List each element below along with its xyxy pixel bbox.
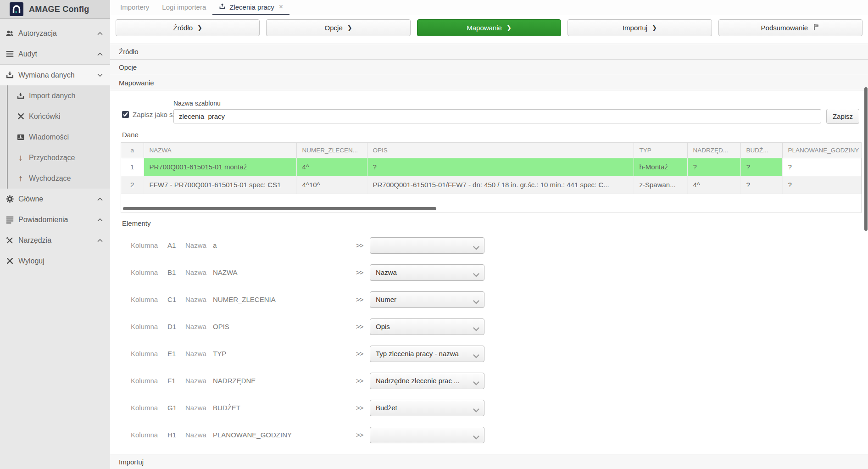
kolumna-value: A1 [167, 241, 176, 249]
chevron-up-icon [97, 218, 103, 222]
row-number: 1 [121, 158, 144, 176]
maps-to-arrow: >> [356, 241, 363, 249]
kolumna-label: Kolumna [131, 296, 158, 303]
mapping-select-value: Nadrzędne zlecenie prac ... [376, 377, 460, 385]
chevron-up-icon [97, 52, 103, 56]
save-as-template-checkbox[interactable] [122, 111, 129, 118]
mapping-select[interactable]: Numer [370, 291, 484, 308]
mapping-row-c1: Kolumna C1 Nazwa NUMER_ZLECENIA >> Numer [110, 291, 868, 308]
mapping-select[interactable]: Nazwa [370, 264, 484, 281]
accordion-header-zrodlo[interactable]: Źródło [110, 44, 868, 59]
mapping-select-value: Nazwa [376, 268, 397, 276]
save-button[interactable]: Zapisz [826, 109, 859, 124]
chevron-down-icon [473, 433, 479, 441]
sidebar-item-label: Import danych [29, 92, 75, 100]
upload-tray-icon [219, 3, 226, 11]
chevron-right-icon: ❯ [652, 24, 657, 31]
outgoing-arrow-icon: ↑ [15, 174, 27, 183]
cell-opis: PR700Q001-615015-01/FFW7 - dn: 450 / 18 … [367, 176, 634, 194]
accordion-header-mapowanie[interactable]: Mapowanie [110, 75, 868, 90]
tab-logi-importera[interactable]: Logi importera [156, 0, 212, 15]
sidebar-item-wyloguj[interactable]: Wyloguj [0, 251, 110, 271]
accordion-label: Importuj [119, 458, 144, 466]
main-content: Importery Logi importera Zlecenia pracy … [110, 0, 868, 469]
tab-bar: Importery Logi importera Zlecenia pracy … [110, 0, 868, 15]
row-number: 2 [121, 176, 144, 194]
mapping-select[interactable]: Budżet [370, 400, 484, 416]
nazwa-value: BUDŻET [213, 404, 240, 412]
sidebar-item-audyt[interactable]: Audyt [0, 44, 110, 64]
column-header: PLANOWANE_GODZINY [782, 143, 861, 158]
mapping-select[interactable] [370, 427, 484, 443]
tab-zlecenia-pracy[interactable]: Zlecenia pracy × [212, 0, 289, 15]
wizard-step-podsumowanie[interactable]: Podsumowanie [718, 19, 862, 36]
nazwa-label: Nazwa [185, 268, 206, 276]
nazwa-label: Nazwa [185, 241, 206, 249]
sidebar-item-wychodzace[interactable]: ↑ Wychodzące [0, 168, 110, 189]
sidebar-item-wiadomosci[interactable]: Wiadomości [0, 127, 110, 147]
sidebar-item-powiadomienia[interactable]: Powiadomienia [0, 209, 110, 230]
mapping-select[interactable] [370, 237, 484, 254]
wizard-step-zrodlo[interactable]: Źródło ❯ [116, 19, 260, 36]
sidebar-item-glowne[interactable]: Główne [0, 189, 110, 209]
mapping-select[interactable]: Opis [370, 318, 484, 335]
sidebar-item-wymiana-danych[interactable]: Wymiana danych [0, 65, 110, 85]
vertical-scrollbar-thumb[interactable] [864, 87, 868, 231]
wizard-step-mapowanie[interactable]: Mapowanie ❯ [417, 19, 561, 36]
wizard-step-importuj[interactable]: Importuj ❯ [568, 19, 712, 36]
nazwa-label: Nazwa [185, 323, 206, 330]
endpoints-x-icon [15, 112, 27, 120]
table-header-row: a NAZWA NUMER_ZLECEN... OPIS TYP NADRZĘD… [121, 143, 861, 158]
close-icon[interactable]: × [279, 3, 283, 11]
cell-numer-zlecenia: 4^10^ [296, 176, 367, 194]
column-header: NUMER_ZLECEN... [296, 143, 367, 158]
mapping-row-h1: Kolumna H1 Nazwa PLANOWANE_GODZINY >> [110, 427, 868, 444]
maps-to-arrow: >> [356, 323, 363, 330]
import-download-icon [15, 92, 27, 100]
kolumna-label: Kolumna [131, 431, 158, 439]
horizontal-scrollbar-thumb[interactable] [123, 207, 436, 210]
chevron-down-icon [473, 325, 479, 333]
table-row[interactable]: 2 FFW7 - PR700Q001-615015-01 spec: CS1 4… [121, 176, 861, 194]
cell-nadrzedne: ? [687, 158, 740, 176]
mapping-select[interactable]: Nadrzędne zlecenie prac ... [370, 373, 484, 389]
kolumna-value: C1 [167, 296, 176, 303]
amage-logo-icon [10, 2, 23, 16]
nazwa-value: NADRZĘDNE [213, 377, 256, 385]
wizard-step-opcje[interactable]: Opcje ❯ [266, 19, 410, 36]
nazwa-label: Nazwa [185, 350, 206, 357]
sidebar: AMAGE Config Autoryzacja Audyt Wymiana d… [0, 0, 110, 469]
kolumna-value: H1 [167, 431, 176, 439]
sidebar-item-autoryzacja[interactable]: Autoryzacja [0, 23, 110, 44]
logout-icon [4, 257, 16, 265]
wizard-steps: Źródło ❯ Opcje ❯ Mapowanie ❯ Importuj ❯ … [110, 15, 868, 44]
wizard-step-label: Podsumowanie [761, 24, 808, 32]
sidebar-item-przychodzace[interactable]: ↓ Przychodzące [0, 147, 110, 168]
tools-icon [4, 236, 16, 245]
accordion-header-opcje[interactable]: Opcje [110, 59, 868, 75]
maps-to-arrow: >> [356, 431, 363, 439]
kolumna-label: Kolumna [131, 377, 158, 385]
tab-importery[interactable]: Importery [114, 0, 156, 15]
maps-to-arrow: >> [356, 377, 363, 385]
sidebar-item-import-danych[interactable]: Import danych [0, 85, 110, 106]
maps-to-arrow: >> [356, 404, 363, 412]
horizontal-scrollbar[interactable] [121, 205, 861, 212]
cell-planowane-godziny: ? [782, 158, 861, 176]
sidebar-item-label: Wymiana danych [18, 71, 75, 79]
template-name-input[interactable] [173, 109, 821, 123]
incoming-arrow-icon: ↓ [15, 153, 27, 162]
sidebar-item-narzedzia[interactable]: Narzędzia [0, 230, 110, 251]
column-header: a [121, 143, 144, 158]
cell-typ: z-Spawan... [634, 176, 687, 194]
column-header: NADRZĘD... [687, 143, 740, 158]
table-row[interactable]: 1 PR700Q001-615015-01 montaż 4^ ? h-Mont… [121, 158, 861, 176]
maps-to-arrow: >> [356, 350, 363, 357]
accordion-header-importuj[interactable]: Importuj [110, 454, 868, 469]
chevron-down-icon [473, 406, 479, 414]
mapowanie-panel: Zapisz jako szablon Nazwa szablonu Zapis… [110, 90, 868, 444]
mapping-select[interactable]: Typ zlecenia pracy - nazwa [370, 346, 484, 362]
dane-table: a NAZWA NUMER_ZLECEN... OPIS TYP NADRZĘD… [121, 142, 862, 213]
sidebar-item-label: Wyloguj [18, 257, 45, 265]
sidebar-item-koncowki[interactable]: Końcówki [0, 106, 110, 127]
